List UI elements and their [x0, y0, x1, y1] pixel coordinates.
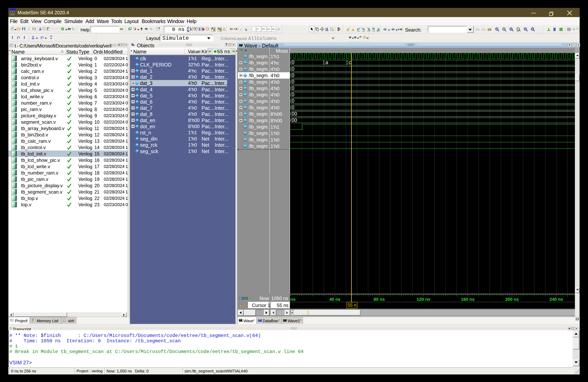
svg-text:0: 0 — [292, 66, 294, 72]
svg-text:0: 0 — [292, 79, 294, 84]
svg-text:0: 0 — [292, 85, 294, 91]
svg-text:P: P — [212, 27, 213, 30]
svg-text:0: 0 — [292, 60, 294, 65]
svg-text:0: 0 — [292, 72, 294, 78]
svg-text:a: a — [325, 60, 328, 65]
svg-text:0: 0 — [292, 105, 294, 110]
svg-text:0: 0 — [292, 98, 294, 104]
svg-text:00: 00 — [292, 111, 297, 116]
svg-text:00: 00 — [292, 117, 297, 123]
svg-text:c: c — [349, 60, 351, 65]
svg-text:0: 0 — [292, 92, 294, 97]
